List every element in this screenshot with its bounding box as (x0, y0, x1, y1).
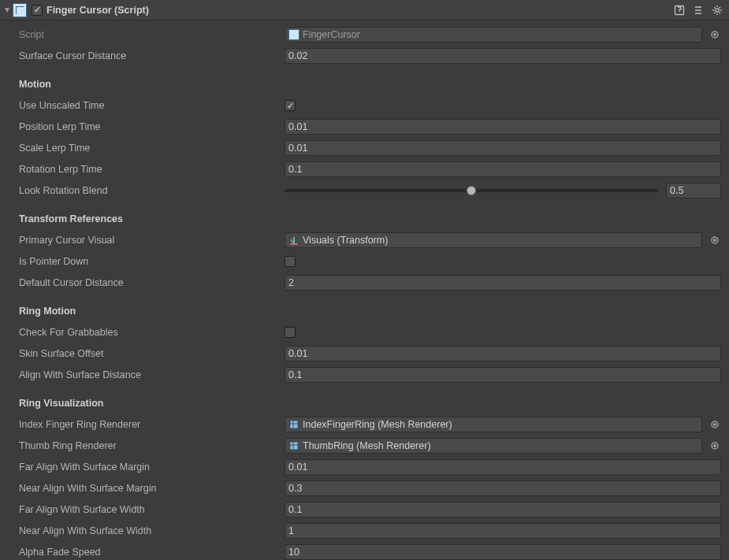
object-picker-icon[interactable] (709, 29, 721, 40)
thumb-ring-renderer-field[interactable]: ThumbRing (Mesh Renderer) (285, 438, 702, 454)
primary-cursor-visual-value: Visuals (Transform) (303, 235, 388, 246)
default-cursor-distance-label: Default Cursor Distance (5, 277, 285, 288)
svg-point-5 (714, 239, 716, 241)
svg-point-8 (714, 423, 716, 425)
near-align-with-surface-width-row: Near Align With Surface Width (5, 520, 724, 541)
svg-point-1 (716, 8, 719, 11)
index-finger-ring-renderer-label: Index Finger Ring Renderer (5, 419, 285, 430)
is-pointer-down-row: Is Pointer Down (5, 250, 724, 272)
near-align-with-surface-width-input[interactable] (285, 523, 721, 539)
slider-thumb[interactable] (467, 186, 476, 195)
look-rotation-blend-value[interactable] (666, 183, 721, 198)
default-cursor-distance-row: Default Cursor Distance (5, 272, 724, 293)
primary-cursor-visual-field[interactable]: Visuals (Transform) (285, 232, 702, 248)
far-align-with-surface-width-input[interactable] (285, 502, 721, 517)
position-lerp-time-input[interactable] (285, 119, 721, 135)
align-with-surface-distance-row: Align With Surface Distance (5, 364, 724, 385)
ring-motion-heading: Ring Motion (5, 301, 724, 321)
svg-rect-6 (290, 421, 298, 428)
rotation-lerp-time-row: Rotation Lerp Time (5, 158, 724, 180)
near-align-with-surface-width-label: Near Align With Surface Width (5, 525, 285, 536)
script-field: FingerCursor (285, 27, 702, 43)
near-align-with-surface-margin-row: Near Align With Surface Margin (5, 477, 724, 499)
rotation-lerp-time-input[interactable] (285, 161, 721, 177)
look-rotation-blend-slider[interactable] (285, 183, 721, 198)
gear-icon[interactable] (710, 3, 724, 17)
component-body: Script FingerCursor Surface Cursor Dista… (0, 20, 729, 560)
scale-lerp-time-input[interactable] (285, 140, 721, 156)
far-align-with-surface-margin-input[interactable] (285, 459, 721, 475)
align-with-surface-distance-input[interactable] (285, 367, 721, 383)
rotation-lerp-time-label: Rotation Lerp Time (5, 164, 285, 175)
component-enabled-checkbox[interactable] (32, 5, 43, 16)
surface-cursor-distance-label: Surface Cursor Distance (5, 50, 285, 61)
scale-lerp-time-label: Scale Lerp Time (5, 143, 285, 154)
header-actions (672, 3, 729, 17)
primary-cursor-visual-row: Primary Cursor Visual Visuals (Transform… (5, 229, 724, 250)
check-for-grabbables-checkbox[interactable] (285, 327, 296, 338)
near-align-with-surface-margin-label: Near Align With Surface Margin (5, 483, 285, 494)
preset-icon[interactable] (691, 3, 705, 17)
svg-rect-9 (290, 442, 298, 450)
look-rotation-blend-label: Look Rotation Blend (5, 185, 285, 196)
alpha-fade-speed-label: Alpha Fade Speed (5, 547, 285, 558)
thumb-ring-renderer-label: Thumb Ring Renderer (5, 440, 285, 451)
transform-icon (288, 235, 299, 246)
index-finger-ring-renderer-value: IndexFingerRing (Mesh Renderer) (303, 419, 452, 430)
object-picker-icon[interactable] (709, 235, 721, 246)
surface-cursor-distance-input[interactable] (285, 48, 721, 64)
component-title: Finger Cursor (Script) (46, 5, 672, 16)
script-row: Script FingerCursor (5, 24, 724, 45)
check-for-grabbables-label: Check For Grabbables (5, 327, 285, 338)
mesh-renderer-icon (288, 419, 299, 430)
svg-point-3 (714, 33, 716, 35)
object-picker-icon[interactable] (709, 440, 721, 451)
far-align-with-surface-margin-label: Far Align With Surface Margin (5, 462, 285, 473)
near-align-with-surface-margin-input[interactable] (285, 480, 721, 496)
motion-heading: Motion (5, 74, 724, 95)
far-align-with-surface-margin-row: Far Align With Surface Margin (5, 456, 724, 477)
align-with-surface-distance-label: Align With Surface Distance (5, 369, 285, 380)
transform-references-heading: Transform References (5, 209, 724, 229)
position-lerp-time-label: Position Lerp Time (5, 121, 285, 132)
foldout-toggle[interactable] (3, 6, 13, 14)
script-icon (13, 3, 27, 17)
help-icon[interactable] (672, 3, 686, 17)
object-picker-icon[interactable] (709, 419, 721, 430)
default-cursor-distance-input[interactable] (285, 275, 721, 291)
surface-cursor-distance-row: Surface Cursor Distance (5, 45, 724, 66)
skin-surface-offset-label: Skin Surface Offset (5, 348, 285, 359)
far-align-with-surface-width-row: Far Align With Surface Width (5, 499, 724, 520)
look-rotation-blend-row: Look Rotation Blend (5, 180, 724, 201)
script-type-icon (288, 29, 299, 40)
use-unscaled-time-row: Use Unscaled Time (5, 95, 724, 116)
use-unscaled-time-label: Use Unscaled Time (5, 100, 285, 111)
slider-track[interactable] (285, 189, 658, 192)
script-field-value: FingerCursor (303, 29, 360, 40)
component-header: Finger Cursor (Script) (0, 0, 729, 20)
index-finger-ring-renderer-row: Index Finger Ring Renderer IndexFingerRi… (5, 414, 724, 435)
alpha-fade-speed-row: Alpha Fade Speed (5, 541, 724, 560)
far-align-with-surface-width-label: Far Align With Surface Width (5, 504, 285, 515)
script-label: Script (5, 29, 285, 40)
alpha-fade-speed-input[interactable] (285, 544, 721, 560)
index-finger-ring-renderer-field[interactable]: IndexFingerRing (Mesh Renderer) (285, 417, 702, 432)
use-unscaled-time-checkbox[interactable] (285, 100, 296, 111)
check-for-grabbables-row: Check For Grabbables (5, 321, 724, 343)
is-pointer-down-label: Is Pointer Down (5, 256, 285, 267)
thumb-ring-renderer-value: ThumbRing (Mesh Renderer) (303, 440, 431, 451)
finger-cursor-component: Finger Cursor (Script) Script FingerCurs… (0, 0, 729, 560)
primary-cursor-visual-label: Primary Cursor Visual (5, 235, 285, 246)
ring-visualization-heading: Ring Visualization (5, 393, 724, 414)
skin-surface-offset-row: Skin Surface Offset (5, 343, 724, 364)
scale-lerp-time-row: Scale Lerp Time (5, 137, 724, 158)
svg-point-11 (714, 444, 716, 447)
skin-surface-offset-input[interactable] (285, 346, 721, 362)
position-lerp-time-row: Position Lerp Time (5, 116, 724, 137)
thumb-ring-renderer-row: Thumb Ring Renderer ThumbRing (Mesh Rend… (5, 435, 724, 456)
mesh-renderer-icon (288, 440, 299, 451)
is-pointer-down-checkbox[interactable] (285, 256, 296, 267)
